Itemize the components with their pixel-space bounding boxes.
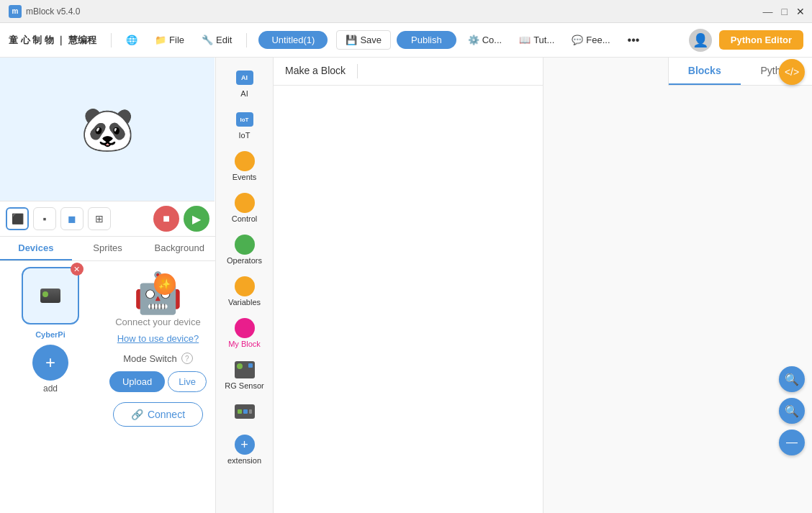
minimize-icon[interactable]: — — [763, 6, 773, 17]
file-icon: 📁 — [155, 35, 166, 45]
cyberpi-board-icon — [40, 289, 60, 303]
tutorial-icon: 📖 — [519, 35, 531, 45]
category-rgsensor-label: RG Sensor — [225, 381, 263, 390]
menu-bar: 童 心 制 物 ｜ 慧编程 🌐 📁 File 🔧 Edit Untitled(1… — [0, 23, 812, 58]
left-panel: 🐼 ⬛ ▪ ◼ ⊞ ■ ▶ Devices Sprites — [0, 58, 216, 513]
stage-view-grid-button[interactable]: ⊞ — [88, 207, 111, 230]
tabs-row: Devices Sprites Background — [0, 237, 215, 261]
category-device2[interactable] — [220, 397, 270, 427]
close-icon[interactable]: ✕ — [796, 6, 805, 17]
category-ai[interactable]: AI AI — [220, 63, 270, 102]
stage-area: 🐼 — [0, 58, 215, 201]
stop-button[interactable]: ■ — [153, 206, 179, 232]
upload-mode-button[interactable]: Upload — [109, 371, 165, 392]
zoom-in-button[interactable]: 🔍 — [779, 366, 805, 392]
stage-controls: ⬛ ▪ ◼ ⊞ ■ ▶ — [0, 201, 215, 237]
connect-device-button[interactable]: 🔗 Connect — [113, 402, 203, 427]
title-bar: m mBlock v5.4.0 — □ ✕ — [0, 0, 812, 23]
plus-icon: + — [45, 353, 55, 373]
python-editor-button[interactable]: Python Editor — [719, 30, 803, 50]
user-avatar[interactable]: 👤 — [689, 29, 712, 52]
save-label: Save — [360, 35, 382, 45]
edit-icon: 🔧 — [202, 35, 213, 45]
blocks-tab-row: Make a Block — [274, 58, 543, 86]
main-layout: 🐼 ⬛ ▪ ◼ ⊞ ■ ▶ Devices Sprites — [0, 58, 812, 513]
operators-dot — [235, 235, 255, 255]
connect-link-icon: 🔗 — [131, 409, 143, 420]
device-close-button[interactable]: ✕ — [71, 263, 84, 276]
category-control-label: Control — [232, 214, 257, 223]
connect-device-text: Connect your device — [115, 317, 201, 327]
connect-label: Co... — [482, 35, 502, 45]
devices-section: ✕ CyberPi + add 🤖 ✨ Connect your device … — [0, 261, 215, 513]
blocks-toggle-tab[interactable]: Blocks — [669, 58, 741, 85]
zoom-out-icon: 🔍 — [785, 404, 799, 418]
connect-button[interactable]: ⚙️ Co... — [462, 32, 508, 48]
rgsensor-icon — [235, 360, 255, 380]
variables-dot — [235, 276, 255, 296]
more-button[interactable]: ••• — [622, 31, 646, 50]
category-extension[interactable]: + extension — [220, 430, 270, 469]
category-rgsensor[interactable]: RG Sensor — [220, 355, 270, 394]
file-button[interactable]: 📁 File — [149, 32, 190, 48]
category-sidebar: AI AI IoT IoT Events Control — [216, 58, 274, 513]
window-controls: — □ ✕ — [763, 6, 805, 17]
tab-sprites[interactable]: Sprites — [72, 237, 144, 260]
app-icon: m — [9, 5, 22, 18]
category-variables[interactable]: Variables — [220, 272, 270, 311]
events-dot — [235, 151, 255, 171]
tab-devices[interactable]: Devices — [0, 237, 72, 260]
zoom-reset-button[interactable]: — — [779, 430, 805, 455]
edit-button[interactable]: 🔧 Edit — [196, 32, 238, 48]
blocks-area: Make a Block — [274, 58, 543, 513]
control-dot — [235, 193, 255, 213]
category-operators-label: Operators — [227, 256, 262, 265]
menu-divider-1 — [111, 33, 112, 47]
stage-view-normal-button[interactable]: ⬛ — [6, 207, 29, 230]
connect-icon: ⚙️ — [468, 35, 479, 45]
menu-divider-2 — [246, 33, 247, 47]
save-button[interactable]: 💾 Save — [336, 30, 391, 50]
add-device-button[interactable]: + — [32, 345, 68, 381]
project-name-button[interactable]: Untitled(1) — [258, 31, 328, 49]
category-iot[interactable]: IoT IoT — [220, 105, 270, 144]
stage-view-half-button[interactable]: ▪ — [33, 207, 56, 230]
run-button[interactable]: ▶ — [184, 206, 209, 232]
category-extension-label: extension — [227, 456, 261, 465]
zoom-out-button[interactable]: 🔍 — [779, 398, 805, 424]
device2-icon — [235, 401, 255, 422]
feedback-label: Fee... — [586, 35, 610, 45]
category-events[interactable]: Events — [220, 147, 270, 186]
publish-button[interactable]: Publish — [397, 31, 456, 49]
stage-view-full-button[interactable]: ◼ — [60, 207, 84, 230]
feedback-button[interactable]: 💬 Fee... — [566, 32, 615, 48]
category-control[interactable]: Control — [220, 189, 270, 227]
category-operators[interactable]: Operators — [220, 230, 270, 269]
tab-background[interactable]: Background — [143, 237, 215, 260]
live-mode-button[interactable]: Live — [168, 371, 207, 392]
workspace-toolbar: 🔍 🔍 — — [779, 366, 805, 455]
extension-add-icon: + — [235, 435, 255, 455]
robot-sparkle-icon: ✨ — [154, 273, 176, 295]
blocks-palette-content — [274, 86, 543, 513]
zoom-in-icon: 🔍 — [785, 373, 799, 386]
brand-name: 童 心 制 物 ｜ 慧编程 — [9, 34, 96, 47]
category-myblock[interactable]: My Block — [220, 314, 270, 353]
how-to-link[interactable]: How to use device? — [117, 333, 199, 344]
globe-button[interactable]: 🌐 — [120, 32, 143, 48]
cyberpi-device-card[interactable] — [22, 267, 79, 324]
iot-icon: IoT — [235, 109, 255, 130]
maximize-icon[interactable]: □ — [782, 6, 788, 17]
make-block-tab[interactable]: Make a Block — [274, 58, 357, 85]
blocks-tab-divider — [357, 64, 358, 78]
tutorial-button[interactable]: 📖 Tut... — [513, 32, 560, 48]
mode-switch-row: Mode Switch ? — [123, 353, 192, 364]
device-card-wrapper: ✕ — [22, 267, 79, 327]
menu-right: 👤 Python Editor — [689, 29, 803, 52]
mode-info-icon[interactable]: ? — [181, 353, 193, 364]
feedback-icon: 💬 — [572, 35, 583, 45]
code-toggle-button[interactable]: </> — [779, 59, 805, 85]
mode-buttons: Upload Live — [109, 371, 207, 392]
devices-list: ✕ CyberPi + add — [0, 261, 101, 513]
file-label: File — [169, 35, 184, 45]
